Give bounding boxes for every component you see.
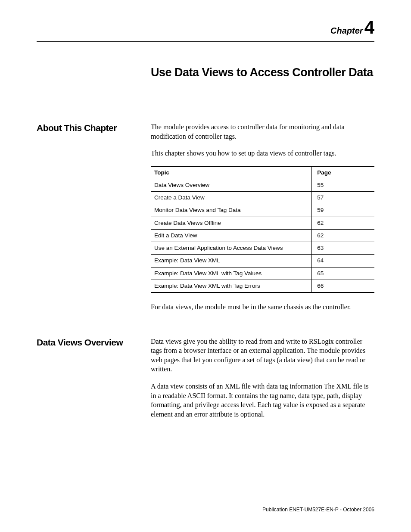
table-cell-topic: Data Views Overview <box>151 179 312 192</box>
table-cell-page: 65 <box>312 267 374 280</box>
overview-heading: Data Views Overview <box>37 337 151 427</box>
table-cell-topic: Use an External Application to Access Da… <box>151 242 312 255</box>
table-header-page: Page <box>312 166 374 179</box>
publication-footer: Publication ENET-UM527E-EN-P - October 2… <box>262 507 374 513</box>
table-row: Example: Data View XML64 <box>151 255 374 267</box>
table-row: Use an External Application to Access Da… <box>151 242 374 255</box>
table-cell-page: 62 <box>312 229 374 242</box>
topic-table: Topic Page Data Views Overview55Create a… <box>151 166 374 293</box>
table-cell-topic: Example: Data View XML with Tag Errors <box>151 280 312 292</box>
chapter-title: Use Data Views to Access Controller Data <box>151 66 374 79</box>
overview-body: Data views give you the ability to read … <box>151 337 374 427</box>
overview-para-1: Data views give you the ability to read … <box>151 337 374 374</box>
table-header-topic: Topic <box>151 166 312 179</box>
table-cell-topic: Example: Data View XML <box>151 255 312 267</box>
table-row: Monitor Data Views and Tag Data59 <box>151 204 374 217</box>
about-section: About This Chapter The module provides a… <box>37 122 374 320</box>
table-cell-topic: Edit a Data View <box>151 229 312 242</box>
table-cell-page: 62 <box>312 217 374 229</box>
table-row: Edit a Data View62 <box>151 229 374 242</box>
chapter-label: Chapter <box>330 26 363 35</box>
table-cell-topic: Create Data Views Offline <box>151 217 312 229</box>
table-row: Example: Data View XML with Tag Values65 <box>151 267 374 280</box>
about-body: The module provides access to controller… <box>151 122 374 320</box>
table-header-row: Topic Page <box>151 166 374 179</box>
about-para-3: For data views, the module must be in th… <box>151 302 374 312</box>
table-cell-topic: Create a Data View <box>151 192 312 204</box>
table-cell-topic: Example: Data View XML with Tag Values <box>151 267 312 280</box>
overview-section: Data Views Overview Data views give you … <box>37 337 374 427</box>
table-cell-page: 64 <box>312 255 374 267</box>
chapter-number: 4 <box>364 17 374 37</box>
about-heading: About This Chapter <box>37 122 151 320</box>
table-row: Create Data Views Offline62 <box>151 217 374 229</box>
table-row: Example: Data View XML with Tag Errors66 <box>151 280 374 292</box>
overview-para-2: A data view consists of an XML file with… <box>151 382 374 419</box>
table-cell-page: 55 <box>312 179 374 192</box>
about-para-1: The module provides access to controller… <box>151 122 374 141</box>
table-row: Data Views Overview55 <box>151 179 374 192</box>
table-cell-page: 63 <box>312 242 374 255</box>
chapter-header: Chapter4 <box>37 17 374 38</box>
table-cell-page: 66 <box>312 280 374 292</box>
table-cell-topic: Monitor Data Views and Tag Data <box>151 204 312 217</box>
about-para-2: This chapter shows you how to set up dat… <box>151 149 374 158</box>
table-cell-page: 57 <box>312 192 374 204</box>
header-rule <box>37 41 374 42</box>
table-row: Create a Data View57 <box>151 192 374 204</box>
table-cell-page: 59 <box>312 204 374 217</box>
